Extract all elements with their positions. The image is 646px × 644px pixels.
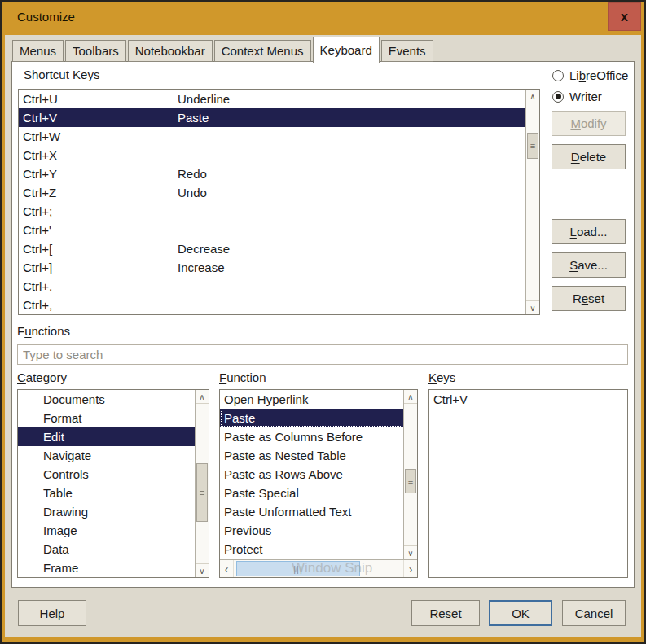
window-title: Customize [17,10,75,24]
category-list[interactable]: Documents Format Edit Navigate Controls … [17,389,209,578]
search-input[interactable] [17,344,628,365]
reset-button[interactable]: Reset [411,600,480,626]
keyboard-tab-panel: Shortcut Keys Ctrl+UUnderline Ctrl+VPast… [11,61,635,588]
grip-icon: ≡ [408,476,413,486]
category-item[interactable]: Documents [18,390,195,409]
category-rows: Documents Format Edit Navigate Controls … [18,390,195,577]
scroll-up-button[interactable]: ∧ [404,390,417,404]
shortcut-rows: Ctrl+UUnderline Ctrl+VPaste Ctrl+W Ctrl+… [19,90,525,314]
grip-icon: ||| [293,564,303,574]
category-item[interactable]: Navigate [18,446,195,465]
category-label: Category [17,370,67,384]
shortcut-row[interactable]: Ctrl+; [19,202,525,221]
scroll-down-button[interactable]: ∨ [196,563,209,577]
shortcut-keys-list[interactable]: Ctrl+UUnderline Ctrl+VPaste Ctrl+W Ctrl+… [18,89,540,315]
chevron-down-icon: ∨ [407,549,413,558]
radio-writer[interactable]: Writer [552,90,602,103]
category-item[interactable]: Data [18,540,195,559]
keys-item[interactable]: Ctrl+V [429,390,627,409]
reset-side-button[interactable]: Reset [552,286,626,311]
functions-label: Functions [17,324,70,338]
function-label: Function [219,370,266,384]
function-item[interactable]: Previous [220,521,403,540]
scrollbar-thumb[interactable]: ||| [236,561,360,576]
category-item[interactable]: Image [18,521,195,540]
chevron-left-icon: ‹ [225,563,229,576]
modify-button: Modify [552,111,626,136]
delete-button[interactable]: Delete [552,144,626,169]
load-button[interactable]: Load... [552,219,626,244]
category-item[interactable]: Format [18,409,195,427]
scroll-left-button[interactable]: ‹ [220,560,234,577]
function-list[interactable]: Open Hyperlink Paste Paste as Columns Be… [219,389,418,578]
tab-keyboard[interactable]: Keyboard [313,37,380,63]
scroll-up-button[interactable]: ∧ [526,90,539,103]
tab-events[interactable]: Events [381,40,433,62]
scroll-down-button[interactable]: ∨ [526,300,539,314]
close-button[interactable]: x [608,2,641,31]
category-item[interactable]: Frame [18,559,195,577]
function-horizontal-scrollbar[interactable]: ‹ ||| › [220,559,417,577]
shortcut-row[interactable]: Ctrl+ZUndo [19,183,525,202]
help-button[interactable]: Help [18,600,86,626]
chevron-down-icon: ∨ [530,304,535,313]
scrollbar-thumb[interactable]: ≡ [527,133,538,159]
scrollbar-thumb[interactable]: ≡ [405,469,416,493]
shortcut-row[interactable]: Ctrl+X [19,146,525,164]
function-vertical-scrollbar[interactable]: ∧ ≡ ∨ [403,390,417,559]
shortcut-row[interactable]: Ctrl+YRedo [19,164,525,183]
keys-list[interactable]: Ctrl+V [428,389,628,578]
scroll-right-button[interactable]: › [403,560,417,577]
keys-label: Keys [428,370,455,384]
save-button[interactable]: Save... [552,252,626,278]
shortcut-row[interactable]: Ctrl+W [19,127,525,146]
category-vertical-scrollbar[interactable]: ∧ ≡ ∨ [195,390,209,577]
scroll-up-button[interactable]: ∧ [196,390,209,404]
function-item[interactable]: Paste as Nested Table [220,446,403,465]
category-item[interactable]: Drawing [18,502,195,521]
category-item[interactable]: Table [18,484,195,502]
category-item-selected[interactable]: Edit [18,427,195,446]
ok-button[interactable]: OK [489,600,552,626]
category-item[interactable]: Controls [18,465,195,484]
radio-circle-icon [552,70,564,81]
function-item[interactable]: Protect [220,540,403,559]
cancel-button[interactable]: Cancel [562,600,626,626]
chevron-up-icon: ∧ [407,392,413,401]
chevron-right-icon: › [409,563,413,576]
tab-strip: Menus Toolbars Notebookbar Context Menus… [12,35,435,62]
title-bar[interactable]: Customize x [0,0,646,35]
tab-toolbars[interactable]: Toolbars [65,40,126,62]
grip-icon: ≡ [200,488,204,497]
function-rows: Open Hyperlink Paste Paste as Columns Be… [220,390,403,559]
shortcut-row[interactable]: Ctrl+[Decrease [19,239,525,258]
shortcut-row[interactable]: Ctrl+, [19,296,525,314]
shortcut-vertical-scrollbar[interactable]: ∧ ≡ ∨ [525,90,539,314]
dialog-body: Menus Toolbars Notebookbar Context Menus… [5,35,641,637]
scroll-down-button[interactable]: ∨ [404,545,417,559]
function-item[interactable]: Paste Special [220,484,403,502]
radio-libreoffice[interactable]: LibreOffice [552,68,628,82]
chevron-up-icon: ∧ [530,92,535,101]
radio-circle-checked-icon [552,91,564,103]
shortcut-row[interactable]: Ctrl+UUnderline [19,90,525,108]
function-item[interactable]: Paste Unformatted Text [220,502,403,521]
shortcut-row[interactable]: Ctrl+. [19,277,525,296]
grip-icon: ≡ [530,141,535,151]
shortcut-row-selected[interactable]: Ctrl+VPaste [19,108,525,127]
scrollbar-thumb[interactable]: ≡ [196,463,208,522]
chevron-down-icon: ∨ [199,567,204,576]
shortcut-keys-label: Shortcut Keys [24,68,99,81]
chevron-up-icon: ∧ [199,392,204,401]
close-icon: x [621,10,628,24]
tab-context-menus[interactable]: Context Menus [214,40,311,62]
customize-dialog: { "window": { "title": "Customize", "clo… [0,0,646,644]
shortcut-row[interactable]: Ctrl+]Increase [19,258,525,277]
tab-notebookbar[interactable]: Notebookbar [128,40,213,62]
function-item[interactable]: Open Hyperlink [220,390,403,409]
function-item[interactable]: Paste as Columns Before [220,427,403,446]
shortcut-row[interactable]: Ctrl+' [19,221,525,239]
function-item-selected[interactable]: Paste [220,409,403,427]
tab-menus[interactable]: Menus [12,40,64,62]
function-item[interactable]: Paste as Rows Above [220,465,403,484]
